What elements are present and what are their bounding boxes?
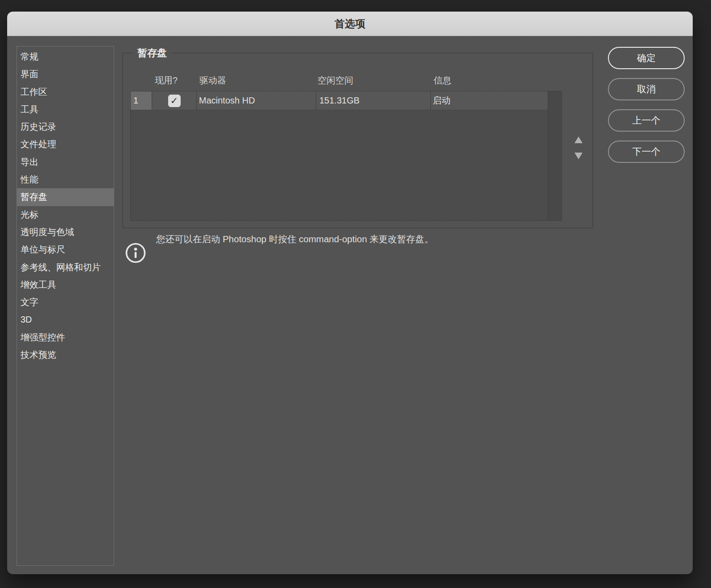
- sidebar-item-technology-previews[interactable]: 技术预览: [17, 346, 114, 364]
- preferences-dialog: 首选项 常规 界面 工作区 工具 历史记录 文件处理 导出 性能 暂存盘 光标 …: [7, 12, 693, 574]
- sidebar-item-interface[interactable]: 界面: [17, 66, 114, 83]
- sidebar-item-enhanced-controls[interactable]: 增强型控件: [17, 329, 114, 346]
- info-icon: [125, 242, 146, 264]
- table-scrollbar[interactable]: [548, 91, 562, 220]
- table-row[interactable]: 1 ✓ Macintosh HD 151.31GB 启动: [131, 91, 548, 110]
- ok-button[interactable]: 确定: [608, 47, 685, 69]
- sidebar-item-file-handling[interactable]: 文件处理: [17, 136, 114, 153]
- sidebar-item-workspace[interactable]: 工作区: [17, 83, 114, 101]
- sidebar-item-general[interactable]: 常规: [17, 48, 114, 66]
- sidebar-item-transparency-gamut[interactable]: 透明度与色域: [17, 224, 114, 241]
- dialog-titlebar[interactable]: 首选项: [7, 12, 693, 36]
- sidebar-item-plugins[interactable]: 增效工具: [17, 276, 114, 294]
- sidebar-item-export[interactable]: 导出: [17, 153, 114, 171]
- sidebar-item-units-rulers[interactable]: 单位与标尺: [17, 241, 114, 258]
- drive-cell: Macintosh HD: [197, 91, 316, 110]
- preferences-sidebar: 常规 界面 工作区 工具 历史记录 文件处理 导出 性能 暂存盘 光标 透明度与…: [17, 46, 114, 566]
- sidebar-item-performance[interactable]: 性能: [17, 171, 114, 188]
- cancel-button[interactable]: 取消: [608, 78, 685, 100]
- column-header-active: 现用?: [155, 74, 178, 87]
- info-cell: 启动: [431, 91, 548, 110]
- sidebar-item-scratch-disks[interactable]: 暂存盘: [17, 188, 114, 206]
- scratch-disks-groupbox: 暂存盘 现用? 驱动器 空闲空间 信息 1 ✓ Macintosh HD 151…: [122, 53, 593, 228]
- scratch-disk-hint: 您还可以在启动 Photoshop 时按住 command-option 来更改…: [156, 233, 434, 245]
- column-header-drive: 驱动器: [199, 74, 226, 87]
- checkmark-icon: ✓: [170, 95, 178, 106]
- column-header-info: 信息: [434, 74, 451, 87]
- sidebar-item-tools[interactable]: 工具: [17, 101, 114, 118]
- scratch-disks-table: 1 ✓ Macintosh HD 151.31GB 启动: [130, 91, 562, 221]
- next-button[interactable]: 下一个: [608, 141, 685, 163]
- free-space-cell: 151.31GB: [316, 91, 431, 110]
- sidebar-item-type[interactable]: 文字: [17, 294, 114, 311]
- active-cell: ✓: [152, 91, 197, 110]
- move-down-arrow-icon[interactable]: [575, 153, 583, 159]
- dialog-title: 首选项: [335, 17, 365, 31]
- column-header-free-space: 空闲空间: [318, 74, 353, 87]
- groupbox-title: 暂存盘: [133, 46, 171, 60]
- active-checkbox[interactable]: ✓: [168, 95, 181, 107]
- sidebar-item-history-log[interactable]: 历史记录: [17, 118, 114, 136]
- sidebar-item-cursors[interactable]: 光标: [17, 206, 114, 224]
- previous-button[interactable]: 上一个: [608, 109, 685, 132]
- sidebar-item-3d[interactable]: 3D: [17, 311, 114, 328]
- row-index-cell: 1: [131, 91, 152, 110]
- move-up-arrow-icon[interactable]: [575, 137, 583, 143]
- sidebar-item-guides-grid-slices[interactable]: 参考线、网格和切片: [17, 259, 114, 276]
